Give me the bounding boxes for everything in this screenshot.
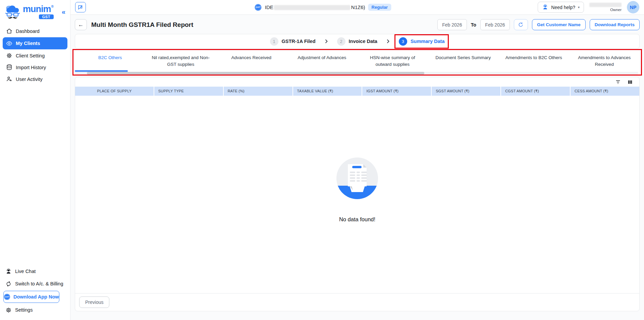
user-block: Owner <box>589 3 622 12</box>
gstin-header: GST IDEN1Z6) Regular <box>255 4 391 11</box>
date-to-input[interactable] <box>480 19 510 30</box>
sidebar-item-dashboard[interactable]: Dashboard <box>3 26 67 37</box>
munim-logo-icon <box>3 3 22 20</box>
sidebar-item-user-activity[interactable]: User Activity <box>3 74 67 85</box>
columns-icon[interactable] <box>628 80 633 85</box>
tabs-card: B2C Others Nil rated,exempted and Non-GS… <box>75 50 640 75</box>
page-title: Multi Month GSTR1A Filed Report <box>91 21 193 29</box>
sidebar-item-label: My Clients <box>16 41 40 46</box>
step-invoice-data[interactable]: 2 Invoice Data <box>337 37 377 46</box>
sidebar-item-label: Client Setting <box>16 53 45 58</box>
promo-banner-image <box>3 226 67 262</box>
redacted-username <box>589 3 622 7</box>
avatar[interactable]: NP <box>627 1 639 13</box>
main-area: GST IDEN1Z6) Regular Need help? ▾ Owner … <box>70 0 644 320</box>
column-header-igst-amount[interactable]: IGST AMOUNT (₹) <box>362 87 432 96</box>
tabs-row: B2C Others Nil rated,exempted and Non-GS… <box>75 50 640 70</box>
gstin-text: IDEN1Z6) <box>265 4 365 10</box>
sidebar-item-my-clients[interactable]: My Clients <box>3 37 67 49</box>
tab-advances-received[interactable]: Advances Received <box>216 50 287 70</box>
refresh-button[interactable] <box>514 19 528 30</box>
tab-document-series-summary[interactable]: Document Series Summary <box>428 50 499 70</box>
table-toolbar <box>75 77 639 87</box>
svg-text:GST: GST <box>256 6 261 8</box>
step-gstr1a-filed[interactable]: 1 GSTR-1A Filed <box>270 37 316 46</box>
chevron-down-icon: ▾ <box>578 5 580 9</box>
sidebar-item-import-history[interactable]: Import History <box>3 62 67 73</box>
sidebar-footer: Live Chat Switch to A/c. & Billing GST D… <box>0 265 70 320</box>
sidebar-collapse-icon[interactable]: « <box>60 8 67 16</box>
taxpayer-type-badge: Regular <box>368 4 391 11</box>
tab-adjustment-of-advances[interactable]: Adjustment of Advances <box>287 50 358 70</box>
chevron-right-icon <box>324 39 328 44</box>
logo-row: munim ® GST « <box>0 0 70 22</box>
back-button[interactable]: ← <box>75 19 87 30</box>
column-header-sgst-amount[interactable]: SGST AMOUNT (₹) <box>432 87 501 96</box>
step-label: Invoice Data <box>349 39 377 44</box>
tab-amendments-b2c-others[interactable]: Amendments to B2C Others <box>498 50 569 70</box>
sidebar-item-label: Dashboard <box>16 29 40 34</box>
top-bar: GST IDEN1Z6) Regular Need help? ▾ Owner … <box>70 0 644 15</box>
download-app-label: Download App Now <box>13 294 59 300</box>
step-number: 1 <box>270 37 278 46</box>
gear-icon <box>5 307 12 313</box>
sidebar-item-label: Import History <box>16 65 46 70</box>
column-header-taxable-value[interactable]: TAXABLE VALUE (₹) <box>293 87 363 96</box>
download-reports-button[interactable]: Download Reports <box>590 19 640 30</box>
eye-icon <box>6 40 12 47</box>
step-label: GSTR-1A Filed <box>282 39 316 44</box>
step-label: Summary Data <box>411 39 445 44</box>
horizontal-scrollbar-thumb[interactable] <box>87 72 424 75</box>
to-label: To <box>471 22 476 28</box>
column-header-cess-amount[interactable]: CESS AMOUNT (₹) <box>571 87 639 96</box>
support-agent-icon <box>5 268 12 275</box>
previous-button[interactable]: Previous <box>79 296 109 308</box>
stepper: 1 GSTR-1A Filed 2 Invoice Data 3 Summary… <box>75 34 640 49</box>
tabs-scroll-zone <box>75 70 640 75</box>
promo-banner-blurred[interactable] <box>3 226 67 262</box>
settings-item[interactable]: Settings <box>3 304 67 316</box>
registered-mark: ® <box>51 5 54 8</box>
settings-label: Settings <box>15 307 33 313</box>
refresh-icon <box>518 22 524 28</box>
gstin-suffix: N1Z6) <box>351 4 365 10</box>
tab-b2c-others[interactable]: B2C Others <box>75 50 146 70</box>
active-tab-indicator <box>75 70 128 72</box>
brand-block: munim ® GST <box>23 5 54 19</box>
message-edit-icon <box>77 4 84 10</box>
date-from-input[interactable] <box>437 19 467 30</box>
filter-icon[interactable] <box>615 79 621 85</box>
owner-role-label: Owner <box>610 8 622 12</box>
tab-hsn-wise-summary[interactable]: HSN-wise summary of outward supplies <box>357 50 428 70</box>
step-summary-data[interactable]: 3 Summary Data <box>399 37 445 46</box>
sidebar-spacer <box>0 85 70 224</box>
live-chat-label: Live Chat <box>15 269 36 274</box>
gst-stamp-icon: GST <box>4 293 10 300</box>
tab-amendments-advances-received[interactable]: Amendments to Advances Received <box>569 50 640 70</box>
live-chat-item[interactable]: Live Chat <box>3 266 67 277</box>
get-customer-name-button[interactable]: Get Customer Name <box>532 19 586 30</box>
card-footer: Previous <box>75 293 639 311</box>
summary-table-card: PLACE OF SUPPLY SUPPLY TYPE RATE (%) TAX… <box>75 77 640 311</box>
step-number: 2 <box>337 37 345 46</box>
switch-billing-item[interactable]: Switch to A/c. & Billing <box>3 278 67 289</box>
summary-tabs-section: B2C Others Nil rated,exempted and Non-GS… <box>75 50 640 75</box>
feedback-compose-button[interactable] <box>75 2 86 12</box>
no-data-illustration <box>335 156 380 201</box>
column-header-place-of-supply[interactable]: PLACE OF SUPPLY <box>75 87 154 96</box>
need-help-button[interactable]: Need help? ▾ <box>538 2 584 13</box>
tab-nil-rated[interactable]: Nil rated,exempted and Non-GST supplies <box>146 50 216 70</box>
title-controls: To Get Customer Name Download Reports <box>437 19 640 30</box>
topbar-right: Need help? ▾ Owner NP <box>538 1 639 13</box>
sidebar-nav: Dashboard My Clients Client Setting Impo… <box>0 25 70 85</box>
gstin-prefix: IDE <box>265 4 273 10</box>
download-app-button[interactable]: GST Download App Now <box>3 291 59 303</box>
column-header-supply-type[interactable]: SUPPLY TYPE <box>154 87 224 96</box>
home-icon <box>6 28 12 34</box>
column-header-cgst-amount[interactable]: CGST AMOUNT (₹) <box>501 87 571 96</box>
table-header-row: PLACE OF SUPPLY SUPPLY TYPE RATE (%) TAX… <box>75 87 639 96</box>
sidebar-item-client-setting[interactable]: Client Setting <box>3 50 67 61</box>
gear-icon <box>6 52 12 59</box>
swap-arrows-icon <box>5 281 12 287</box>
column-header-rate[interactable]: RATE (%) <box>224 87 293 96</box>
